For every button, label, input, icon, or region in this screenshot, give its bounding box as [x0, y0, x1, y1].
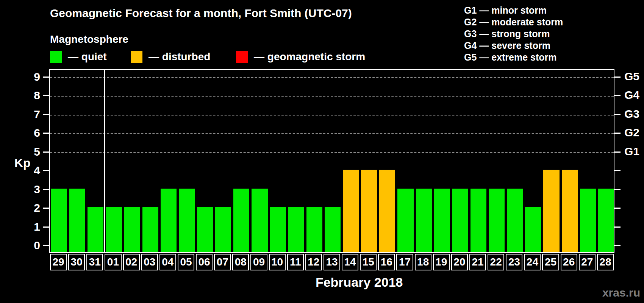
y-tick-label-5: 5 [17, 146, 40, 158]
g5-legend-line: G5 — extreme storm [464, 52, 563, 63]
day-label-cell-28: 28 [597, 254, 614, 270]
y-tick-right-4 [614, 170, 621, 171]
kp-bar-day-20 [452, 189, 468, 253]
day-label-cell-15: 15 [360, 254, 377, 270]
y-tick-label-1: 1 [17, 221, 40, 233]
kp-bar-day-16 [379, 170, 395, 252]
y-tick-right-2 [614, 208, 621, 209]
g4-legend-line: G4 — severe storm [464, 40, 563, 52]
y-tick-right-9 [614, 77, 621, 78]
y-tick-left-3 [43, 189, 49, 190]
day-label-cell-29: 29 [50, 254, 67, 270]
kp-bar-day-11 [288, 207, 304, 252]
day-label-cell-19: 19 [433, 254, 450, 270]
kp-bar-day-05 [179, 189, 195, 253]
storm-color-swatch [236, 51, 248, 63]
y-tick-label-3: 3 [17, 183, 40, 195]
g1-legend-line: G1 — minor storm [464, 5, 563, 16]
y-tick-right-7 [614, 114, 621, 115]
kp-bar-day-30 [69, 189, 85, 253]
kp-bar-day-10 [270, 207, 286, 252]
plot-inner [50, 70, 614, 252]
y-tick-left-2 [43, 208, 49, 209]
y-tick-left-4 [43, 170, 49, 171]
kp-bar-day-06 [197, 207, 213, 252]
day-label-cell-05: 05 [178, 254, 194, 270]
right-axis-label-g5: G5 [624, 70, 639, 83]
day-label-cell-31: 31 [86, 254, 103, 270]
y-tick-right-5 [614, 152, 621, 153]
right-axis-label-g1: G1 [624, 145, 639, 158]
day-label-cell-01: 01 [105, 254, 121, 270]
gridline-kp7 [50, 115, 614, 116]
day-label-cell-04: 04 [159, 254, 176, 270]
y-tick-left-7 [43, 114, 49, 115]
kp-bar-day-13 [325, 207, 341, 252]
y-tick-label-9: 9 [17, 71, 40, 83]
y-tick-label-2: 2 [17, 202, 40, 214]
kp-bar-day-09 [252, 189, 267, 253]
day-label-cell-14: 14 [342, 254, 358, 270]
month-separator-line [104, 70, 105, 252]
y-tick-left-0 [43, 245, 49, 246]
y-tick-label-7: 7 [17, 108, 40, 120]
kp-bar-day-17 [397, 189, 413, 253]
day-label-cell-09: 09 [250, 254, 267, 270]
legend-label: — disturbed [148, 51, 210, 63]
day-label-cell-16: 16 [378, 254, 395, 270]
plot-area [49, 69, 614, 253]
day-label-cell-20: 20 [451, 254, 468, 270]
legend-label: — geomagnetic storm [254, 51, 365, 63]
y-tick-label-0: 0 [17, 239, 40, 251]
day-label-cell-21: 21 [469, 254, 486, 270]
kp-bar-day-23 [507, 189, 523, 253]
kp-bar-day-12 [306, 207, 322, 252]
kp-bar-day-15 [361, 170, 377, 252]
y-tick-left-1 [43, 226, 49, 228]
day-label-cell-08: 08 [232, 254, 249, 270]
legend-item-quiet: — quiet [50, 51, 107, 63]
day-label-cell-12: 12 [305, 254, 322, 270]
chart-title: Geomagnetic Forecast for a month, Fort S… [50, 7, 352, 20]
kp-bar-day-08 [233, 189, 249, 253]
day-label-cell-30: 30 [68, 254, 85, 270]
kp-bar-day-26 [562, 170, 578, 252]
legend-item-disturbed: — disturbed [131, 51, 210, 63]
kp-bar-day-27 [580, 189, 596, 253]
day-label-cell-18: 18 [415, 254, 431, 270]
y-tick-left-9 [43, 77, 49, 78]
g3-legend-line: G3 — strong storm [464, 28, 563, 40]
y-tick-right-8 [614, 95, 621, 96]
kp-bar-day-03 [142, 207, 158, 252]
kp-bar-day-28 [598, 189, 614, 253]
gridline-kp9 [50, 77, 614, 78]
kp-bar-day-25 [543, 170, 559, 252]
y-tick-label-6: 6 [17, 127, 40, 139]
disturbed-color-swatch [131, 51, 142, 63]
kp-bar-day-21 [470, 189, 486, 253]
y-tick-right-3 [614, 189, 621, 190]
day-label-cell-02: 02 [123, 254, 140, 270]
day-label-cell-22: 22 [488, 254, 504, 270]
day-label-cell-27: 27 [579, 254, 596, 270]
y-tick-left-6 [43, 133, 49, 134]
right-axis-label-g4: G4 [624, 89, 639, 101]
kp-bar-day-29 [51, 189, 67, 253]
gridline-kp8 [50, 96, 614, 97]
geomagnetic-forecast-chart: Geomagnetic Forecast for a month, Fort S… [0, 0, 644, 303]
day-label-cell-25: 25 [542, 254, 559, 270]
right-axis-label-g2: G2 [624, 127, 639, 139]
g2-legend-line: G2 — moderate storm [464, 16, 563, 28]
kp-bar-day-14 [343, 170, 359, 252]
kp-bar-day-22 [489, 189, 505, 253]
gridline-kp6 [50, 133, 614, 134]
watermark-xras: xras.ru [602, 286, 640, 299]
storm-scale-legend: G1 — minor storm G2 — moderate storm G3 … [464, 5, 563, 63]
right-axis-label-g3: G3 [624, 108, 639, 120]
y-tick-right-0 [614, 245, 621, 246]
legend-item-storm: — geomagnetic storm [236, 51, 365, 63]
kp-bar-day-31 [88, 207, 103, 252]
day-label-cell-23: 23 [506, 254, 522, 270]
magnetosphere-heading: Magnetosphere [50, 33, 128, 45]
day-label-cell-17: 17 [396, 254, 413, 270]
